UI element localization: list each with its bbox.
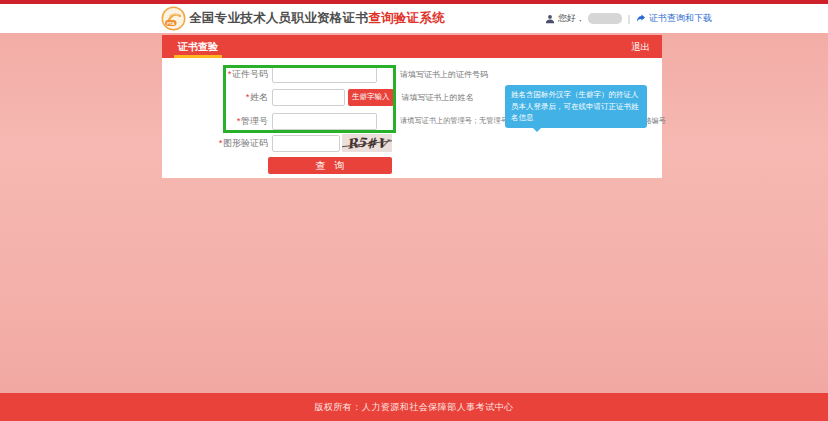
redacted-username: [588, 13, 622, 24]
divider: |: [628, 14, 630, 24]
name-label: *姓名: [162, 91, 268, 104]
site-header: PTA 全国专业技术人员职业资格证书 查询验证系统 您好， | 证书查询和下载: [0, 4, 828, 33]
tab-cert-verify[interactable]: 证书查验: [172, 35, 224, 58]
required-mark: *: [227, 69, 231, 79]
form-row-name: *姓名 生僻字输入 请填写证书上的姓名: [162, 88, 474, 106]
form-row-captcha: *图形验证码 R 5 # V: [162, 134, 392, 152]
greeting-text: 您好，: [558, 12, 585, 25]
navbar: 证书查验 退出: [162, 35, 662, 58]
person-icon: [545, 14, 555, 24]
share-arrow-icon: [636, 14, 646, 23]
form-row-id-number: *证件号码 请填写证书上的证件号码: [162, 65, 488, 83]
name-hint: 请填写证书上的姓名: [402, 92, 474, 103]
cert-query-download-link[interactable]: 证书查询和下载: [649, 12, 712, 25]
captcha-label: *图形验证码: [162, 137, 268, 150]
id-number-label: *证件号码: [162, 68, 268, 81]
required-mark: *: [236, 116, 240, 126]
management-number-input[interactable]: [272, 113, 377, 130]
site-title: 全国专业技术人员职业资格证书: [189, 10, 368, 27]
id-number-input[interactable]: [272, 66, 377, 83]
brand: PTA 全国专业技术人员职业资格证书 查询验证系统: [161, 4, 445, 33]
tab-cert-verify-label: 证书查验: [178, 41, 218, 52]
copyright-text: 版权所有：人力资源和社会保障部人事考试中心: [314, 401, 514, 414]
site-title-accent: 查询验证系统: [368, 10, 445, 27]
required-mark: *: [245, 92, 249, 102]
id-number-hint: 请填写证书上的证件号码: [400, 69, 488, 80]
captcha-input[interactable]: [272, 135, 340, 152]
query-panel: *证件号码 请填写证书上的证件号码 *姓名 生僻字输入 请填写证书上的姓名 *管…: [162, 58, 662, 178]
name-input[interactable]: [272, 89, 345, 106]
query-submit-button[interactable]: 查 询: [268, 157, 392, 174]
name-correction-tooltip: 姓名含国标外汉字（生僻字）的持证人员本人登录后，可在线申请订正证书姓名信息: [505, 85, 647, 128]
captcha-image[interactable]: R 5 # V: [342, 134, 392, 152]
user-area: 您好， | 证书查询和下载: [545, 4, 712, 33]
management-number-label: *管理号: [162, 115, 268, 128]
pta-logo-icon: PTA: [161, 6, 186, 31]
logout-link[interactable]: 退出: [631, 35, 650, 58]
required-mark: *: [218, 138, 222, 148]
rare-character-input-button[interactable]: 生僻字输入: [348, 89, 394, 106]
footer: 版权所有：人力资源和社会保障部人事考试中心: [0, 393, 828, 421]
page: PTA 全国专业技术人员职业资格证书 查询验证系统 您好， | 证书查询和下载: [0, 0, 828, 421]
captcha-char: V: [376, 136, 388, 151]
logo-text: PTA: [167, 21, 175, 26]
